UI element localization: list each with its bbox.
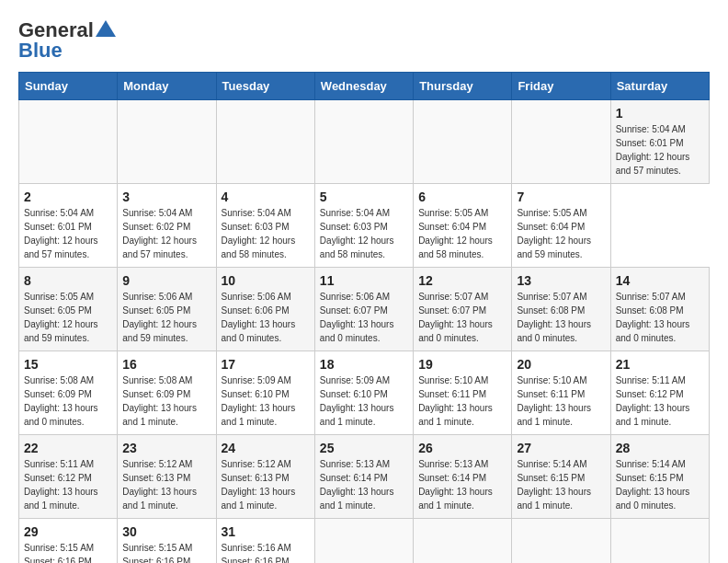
calendar-day: 10Sunrise: 5:06 AMSunset: 6:06 PMDayligh… [216, 268, 314, 351]
day-number: 16 [122, 357, 210, 372]
day-number: 7 [517, 190, 605, 204]
day-number: 2 [24, 190, 112, 204]
day-number: 11 [320, 273, 408, 288]
day-info: Sunrise: 5:06 AMSunset: 6:05 PMDaylight:… [122, 290, 210, 345]
empty-cell [19, 100, 118, 184]
header-sunday: Sunday [19, 73, 118, 100]
day-number: 25 [320, 441, 408, 455]
header-monday: Monday [118, 73, 216, 100]
calendar-day: 20Sunrise: 5:10 AMSunset: 6:11 PMDayligh… [512, 351, 610, 435]
day-number: 23 [122, 441, 210, 455]
calendar-day: 29Sunrise: 5:15 AMSunset: 6:16 PMDayligh… [19, 519, 118, 564]
calendar-day: 5Sunrise: 5:04 AMSunset: 6:03 PMDaylight… [314, 184, 413, 268]
header-wednesday: Wednesday [314, 73, 413, 100]
day-info: Sunrise: 5:16 AMSunset: 6:16 PMDaylight:… [222, 541, 310, 563]
day-number: 12 [418, 273, 506, 288]
calendar-day: 13Sunrise: 5:07 AMSunset: 6:08 PMDayligh… [512, 268, 610, 351]
day-number: 4 [222, 190, 310, 204]
calendar-table: SundayMondayTuesdayWednesdayThursdayFrid… [18, 72, 710, 563]
empty-cell [512, 519, 610, 564]
day-info: Sunrise: 5:05 AMSunset: 6:05 PMDaylight:… [24, 290, 112, 345]
day-number: 3 [122, 190, 210, 204]
empty-cell [314, 519, 413, 564]
empty-cell [512, 100, 610, 184]
calendar-day: 6Sunrise: 5:05 AMSunset: 6:04 PMDaylight… [414, 184, 512, 268]
day-number: 5 [320, 190, 408, 204]
day-number: 21 [616, 357, 704, 372]
day-info: Sunrise: 5:13 AMSunset: 6:14 PMDaylight:… [320, 457, 408, 512]
day-info: Sunrise: 5:07 AMSunset: 6:08 PMDaylight:… [517, 290, 605, 345]
day-number: 1 [616, 106, 704, 121]
day-info: Sunrise: 5:10 AMSunset: 6:11 PMDaylight:… [517, 373, 605, 429]
calendar-header-row: SundayMondayTuesdayWednesdayThursdayFrid… [19, 73, 710, 100]
day-info: Sunrise: 5:06 AMSunset: 6:07 PMDaylight:… [320, 290, 408, 345]
day-number: 17 [222, 357, 310, 372]
day-info: Sunrise: 5:04 AMSunset: 6:02 PMDaylight:… [122, 206, 210, 261]
header-friday: Friday [512, 73, 610, 100]
calendar-day: 12Sunrise: 5:07 AMSunset: 6:07 PMDayligh… [414, 268, 512, 351]
day-number: 13 [517, 273, 605, 288]
svg-marker-0 [96, 20, 116, 37]
calendar-day: 18Sunrise: 5:09 AMSunset: 6:10 PMDayligh… [314, 351, 413, 435]
day-info: Sunrise: 5:04 AMSunset: 6:03 PMDaylight:… [320, 206, 408, 261]
day-number: 19 [418, 357, 506, 372]
empty-cell [414, 100, 512, 184]
calendar-day: 30Sunrise: 5:15 AMSunset: 6:16 PMDayligh… [118, 519, 216, 564]
day-info: Sunrise: 5:14 AMSunset: 6:15 PMDaylight:… [517, 457, 605, 512]
day-number: 8 [24, 273, 112, 288]
calendar-day: 24Sunrise: 5:12 AMSunset: 6:13 PMDayligh… [216, 435, 314, 519]
empty-cell [414, 519, 512, 564]
empty-cell [216, 100, 314, 184]
day-info: Sunrise: 5:06 AMSunset: 6:06 PMDaylight:… [222, 290, 310, 345]
calendar-day: 23Sunrise: 5:12 AMSunset: 6:13 PMDayligh… [118, 435, 216, 519]
day-info: Sunrise: 5:11 AMSunset: 6:12 PMDaylight:… [616, 373, 704, 429]
header: General Blue [18, 18, 710, 63]
day-info: Sunrise: 5:15 AMSunset: 6:16 PMDaylight:… [24, 541, 112, 563]
day-number: 31 [222, 524, 310, 539]
day-info: Sunrise: 5:04 AMSunset: 6:01 PMDaylight:… [616, 122, 704, 178]
day-number: 28 [616, 441, 704, 455]
day-number: 9 [122, 273, 210, 288]
day-number: 30 [122, 524, 210, 539]
calendar-day: 1Sunrise: 5:04 AMSunset: 6:01 PMDaylight… [610, 100, 709, 184]
calendar-day: 22Sunrise: 5:11 AMSunset: 6:12 PMDayligh… [19, 435, 118, 519]
day-info: Sunrise: 5:13 AMSunset: 6:14 PMDaylight:… [418, 457, 506, 512]
header-tuesday: Tuesday [216, 73, 314, 100]
calendar-week-5: 22Sunrise: 5:11 AMSunset: 6:12 PMDayligh… [19, 435, 710, 519]
empty-cell [610, 519, 709, 564]
day-info: Sunrise: 5:07 AMSunset: 6:07 PMDaylight:… [418, 290, 506, 345]
calendar-week-3: 8Sunrise: 5:05 AMSunset: 6:05 PMDaylight… [19, 268, 710, 351]
day-info: Sunrise: 5:12 AMSunset: 6:13 PMDaylight:… [222, 457, 310, 512]
calendar-day: 17Sunrise: 5:09 AMSunset: 6:10 PMDayligh… [216, 351, 314, 435]
day-info: Sunrise: 5:05 AMSunset: 6:04 PMDaylight:… [418, 206, 506, 261]
header-saturday: Saturday [610, 73, 709, 100]
calendar-day: 3Sunrise: 5:04 AMSunset: 6:02 PMDaylight… [118, 184, 216, 268]
calendar-day: 16Sunrise: 5:08 AMSunset: 6:09 PMDayligh… [118, 351, 216, 435]
calendar-day: 15Sunrise: 5:08 AMSunset: 6:09 PMDayligh… [19, 351, 118, 435]
calendar-day: 31Sunrise: 5:16 AMSunset: 6:16 PMDayligh… [216, 519, 314, 564]
day-number: 26 [418, 441, 506, 455]
calendar-day: 21Sunrise: 5:11 AMSunset: 6:12 PMDayligh… [610, 351, 709, 435]
calendar-week-1: 1Sunrise: 5:04 AMSunset: 6:01 PMDaylight… [19, 100, 710, 184]
day-number: 6 [418, 190, 506, 204]
logo: General Blue [18, 18, 116, 63]
day-number: 24 [222, 441, 310, 455]
day-info: Sunrise: 5:04 AMSunset: 6:03 PMDaylight:… [222, 206, 310, 261]
empty-cell [118, 100, 216, 184]
calendar-week-6: 29Sunrise: 5:15 AMSunset: 6:16 PMDayligh… [19, 519, 710, 564]
calendar-day: 11Sunrise: 5:06 AMSunset: 6:07 PMDayligh… [314, 268, 413, 351]
day-info: Sunrise: 5:08 AMSunset: 6:09 PMDaylight:… [24, 373, 112, 429]
day-number: 14 [616, 273, 704, 288]
day-number: 29 [24, 524, 112, 539]
calendar-day: 7Sunrise: 5:05 AMSunset: 6:04 PMDaylight… [512, 184, 610, 268]
logo-blue: Blue [18, 39, 63, 63]
calendar-day: 4Sunrise: 5:04 AMSunset: 6:03 PMDaylight… [216, 184, 314, 268]
day-number: 20 [517, 357, 605, 372]
calendar-day: 25Sunrise: 5:13 AMSunset: 6:14 PMDayligh… [314, 435, 413, 519]
day-number: 22 [24, 441, 112, 455]
day-info: Sunrise: 5:08 AMSunset: 6:09 PMDaylight:… [122, 373, 210, 429]
calendar-day: 9Sunrise: 5:06 AMSunset: 6:05 PMDaylight… [118, 268, 216, 351]
day-info: Sunrise: 5:05 AMSunset: 6:04 PMDaylight:… [517, 206, 605, 261]
day-info: Sunrise: 5:07 AMSunset: 6:08 PMDaylight:… [616, 290, 704, 345]
calendar-day: 19Sunrise: 5:10 AMSunset: 6:11 PMDayligh… [414, 351, 512, 435]
